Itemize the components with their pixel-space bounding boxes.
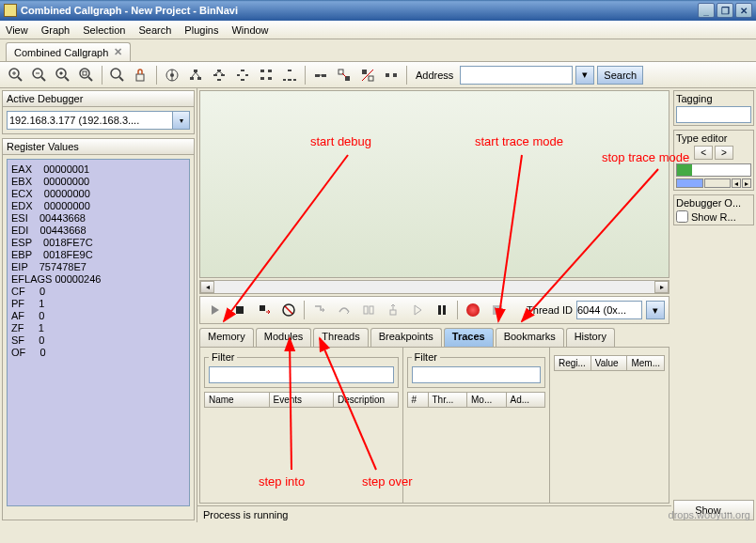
zoom-out-icon[interactable] xyxy=(29,65,50,85)
svg-rect-24 xyxy=(217,70,221,71)
horizontal-scrollbar[interactable]: ◂ ▸ xyxy=(199,280,669,294)
svg-line-8 xyxy=(65,77,69,81)
svg-rect-31 xyxy=(237,74,240,76)
zoom-in-icon[interactable] xyxy=(6,65,26,85)
close-tab-icon[interactable]: ✕ xyxy=(114,46,122,58)
scroll-left-icon[interactable]: ◂ xyxy=(200,281,214,293)
terminate-button[interactable] xyxy=(277,299,300,321)
tab-bookmarks[interactable]: Bookmarks xyxy=(496,328,564,347)
menu-graph[interactable]: Graph xyxy=(41,24,71,36)
col-module[interactable]: Mo... xyxy=(467,393,507,407)
col-events[interactable]: Events xyxy=(270,393,335,407)
swatch-right[interactable]: ▸ xyxy=(742,178,751,188)
tab-memory[interactable]: Memory xyxy=(199,328,254,347)
graph-canvas[interactable] xyxy=(199,90,669,278)
col-num[interactable]: # xyxy=(408,393,429,407)
layout-tree-icon[interactable] xyxy=(279,65,300,85)
layout-circular-icon[interactable] xyxy=(232,65,253,85)
close-button[interactable]: ✕ xyxy=(735,3,752,18)
scroll-right-icon[interactable]: ▸ xyxy=(654,281,669,293)
svg-rect-33 xyxy=(241,79,244,81)
tab-modules[interactable]: Modules xyxy=(256,328,312,347)
swatch-left[interactable]: ◂ xyxy=(732,178,741,188)
col-memory[interactable]: Mem... xyxy=(627,356,664,370)
tab-traces[interactable]: Traces xyxy=(444,328,494,347)
svg-rect-10 xyxy=(83,71,87,75)
pause-button[interactable] xyxy=(431,299,453,321)
center-node-icon[interactable] xyxy=(162,65,182,85)
document-tab[interactable]: Combined Callgraph ✕ xyxy=(6,42,131,61)
layout-hierarchical-icon[interactable] xyxy=(209,65,229,85)
search-button[interactable]: Search xyxy=(597,66,643,85)
toggle-proximity-icon[interactable] xyxy=(310,65,331,85)
trace-filter-input-left[interactable] xyxy=(209,366,394,383)
step-into-button[interactable] xyxy=(308,299,331,321)
menu-window[interactable]: Window xyxy=(231,24,268,36)
start-trace-button[interactable] xyxy=(462,299,484,321)
show-r-checkbox[interactable] xyxy=(676,210,688,223)
menu-search[interactable]: Search xyxy=(139,24,172,36)
address-dropdown-icon[interactable]: ▾ xyxy=(575,66,594,85)
ungroup-nodes-icon[interactable] xyxy=(357,65,378,85)
menu-plugins[interactable]: Plugins xyxy=(184,24,218,36)
svg-line-1 xyxy=(18,77,22,81)
group-nodes-icon[interactable] xyxy=(334,65,354,85)
swatch-blue[interactable] xyxy=(676,178,703,188)
menu-selection[interactable]: Selection xyxy=(83,24,125,36)
type-back-button[interactable]: < xyxy=(694,146,713,160)
svg-rect-25 xyxy=(213,74,217,76)
maximize-button[interactable]: ❐ xyxy=(717,3,733,18)
debug-tabs: Memory Modules Threads Breakpoints Trace… xyxy=(199,326,669,347)
debugger-dropdown-icon[interactable]: ▾ xyxy=(173,111,190,130)
zoom-reset-icon[interactable] xyxy=(107,65,128,85)
col-address[interactable]: Ad... xyxy=(507,393,545,407)
trace-table-header-mid[interactable]: # Thr... Mo... Ad... xyxy=(407,392,546,408)
active-debugger-combo[interactable] xyxy=(7,111,173,130)
stop-debug-button[interactable] xyxy=(228,299,251,321)
step-out-button[interactable] xyxy=(382,299,404,321)
menu-view[interactable]: View xyxy=(6,24,28,36)
col-name[interactable]: Name xyxy=(205,393,270,407)
svg-line-5 xyxy=(41,77,45,81)
svg-rect-37 xyxy=(268,77,272,80)
center-column: ◂ ▸ Thread ID ▾ Memory xyxy=(197,88,671,522)
swatch-blank[interactable] xyxy=(704,178,732,188)
thread-id-dropdown-icon[interactable]: ▾ xyxy=(646,301,665,319)
col-thread[interactable]: Thr... xyxy=(429,393,468,407)
col-register[interactable]: Regi... xyxy=(555,356,591,370)
trace-panels: Filter Name Events Description Filter # … xyxy=(199,347,669,504)
zoom-selection-icon[interactable] xyxy=(76,65,97,85)
layout-orthogonal-icon[interactable] xyxy=(256,65,276,85)
zoom-fit-icon[interactable] xyxy=(53,65,73,85)
resume-button[interactable] xyxy=(406,299,429,321)
minimize-button[interactable]: _ xyxy=(698,3,715,18)
tab-threads[interactable]: Threads xyxy=(313,328,368,347)
svg-rect-40 xyxy=(288,79,291,81)
tagging-input[interactable] xyxy=(676,106,751,123)
show-registers-checkbox[interactable]: Show R... xyxy=(676,210,751,223)
stop-trace-button[interactable] xyxy=(486,299,509,321)
svg-rect-20 xyxy=(190,77,194,80)
address-input[interactable] xyxy=(460,66,573,85)
type-forward-button[interactable]: > xyxy=(715,146,733,160)
thread-id-combo[interactable] xyxy=(576,301,642,319)
select-parents-icon[interactable] xyxy=(185,65,206,85)
tab-breakpoints[interactable]: Breakpoints xyxy=(370,328,442,347)
step-block-button[interactable] xyxy=(357,299,380,321)
start-debug-button[interactable] xyxy=(204,299,227,321)
tab-history[interactable]: History xyxy=(566,328,615,347)
lock-icon[interactable] xyxy=(131,65,151,85)
col-description[interactable]: Description xyxy=(334,393,398,407)
trace-filter-input-mid[interactable] xyxy=(412,366,542,383)
trace-table-header-left[interactable]: Name Events Description xyxy=(204,392,399,408)
expand-group-icon[interactable] xyxy=(381,65,402,85)
step-over-button[interactable] xyxy=(333,299,355,321)
register-row: ECX 00000000 xyxy=(11,188,185,200)
debugger-options-panel: Debugger O... Show R... xyxy=(673,194,754,225)
status-text: Process is running xyxy=(203,509,289,520)
col-value[interactable]: Value xyxy=(591,356,628,370)
svg-rect-41 xyxy=(293,79,296,81)
detach-button[interactable] xyxy=(253,299,276,321)
left-column: Active Debugger ▾ Register Values EAX 00… xyxy=(0,88,197,522)
trace-table-header-right[interactable]: Regi... Value Mem... xyxy=(554,355,665,371)
